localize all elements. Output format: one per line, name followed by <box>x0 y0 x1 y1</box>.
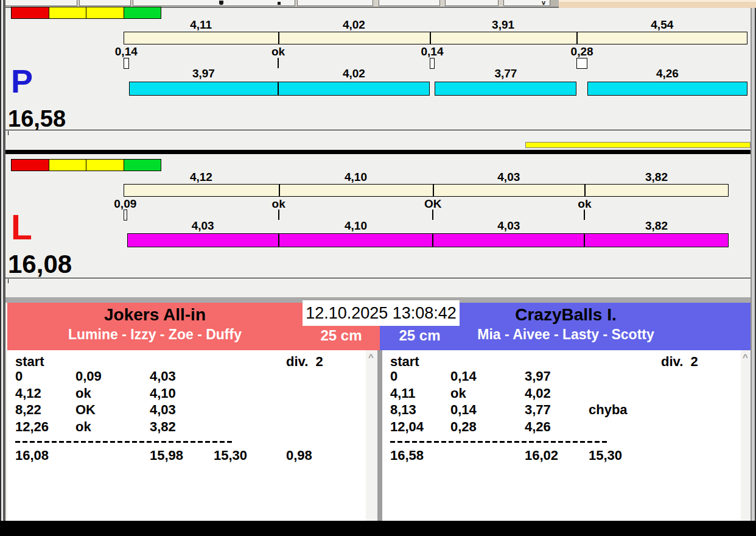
crossing-label: OK <box>424 198 442 210</box>
traffic-light-cell <box>86 7 124 19</box>
leg-time-label: 4,02 <box>343 68 365 79</box>
table-cell: 12,04 <box>390 420 424 434</box>
fault-mark <box>124 210 127 220</box>
table-cell: 4,26 <box>525 420 551 434</box>
table-cell: 4,03 <box>150 403 176 417</box>
lane-total-time: 16,08 <box>8 252 72 277</box>
table-total-cell: 15,98 <box>150 449 183 462</box>
traffic-light-cell <box>11 159 49 171</box>
table-total-cell: 16,58 <box>390 449 424 462</box>
table-cell: 0,09 <box>75 370 102 383</box>
split-time-label: 4,12 <box>190 171 212 183</box>
toolbar-item[interactable] <box>297 0 373 6</box>
table-cell: ok <box>75 420 91 434</box>
crossing-label: ok <box>272 198 285 210</box>
leg-bar-segment <box>279 233 433 247</box>
leg-bar-segment <box>435 82 576 96</box>
traffic-light-cell <box>49 159 87 171</box>
leg-bar-segment <box>587 82 747 96</box>
table-division-label: div. 2 <box>661 355 698 368</box>
table-cell: 0,14 <box>450 370 477 383</box>
split-time-label: 4,02 <box>343 19 365 30</box>
table-total-cell: 15,30 <box>214 449 247 462</box>
lane-total-time: 16,58 <box>8 107 66 130</box>
split-time-label: 4,10 <box>345 171 367 183</box>
leg-time-label: 4,10 <box>345 220 367 231</box>
leg-time-label: 4,26 <box>656 68 679 79</box>
team-right-scrollbar[interactable]: ^ <box>741 350 751 521</box>
crossing-tick <box>584 210 585 220</box>
scroll-up-icon[interactable]: ^ <box>368 352 374 362</box>
table-cell: 4,02 <box>525 387 551 400</box>
traffic-light-cell <box>86 159 124 171</box>
team-right-result-table: startdiv. 200,143,974,11ok4,028,130,143,… <box>382 350 741 521</box>
split-bar <box>124 184 729 197</box>
status-strip-tick <box>8 131 9 135</box>
flyball-timing-window: v 4,114,023,914,540,14ok0,140,283,974,02… <box>0 0 756 536</box>
leg-bar-segment <box>433 233 584 247</box>
crossing-tick <box>278 58 279 68</box>
toolbar-item[interactable] <box>0 0 77 6</box>
background-window-strip-highlight <box>559 0 756 2</box>
table-cell: 3,97 <box>525 370 551 383</box>
split-tick <box>278 32 279 44</box>
fault-mark <box>576 58 587 69</box>
table-cell: 8,22 <box>15 403 41 417</box>
split-tick <box>430 32 431 44</box>
leg-time-label: 3,77 <box>494 68 517 79</box>
progress-bar <box>525 142 751 148</box>
split-time-label: 4,03 <box>497 171 520 183</box>
split-time-label: 4,54 <box>651 19 673 30</box>
team-right-category: 25 cm <box>380 328 460 343</box>
team-left-result-table: startdiv. 200,094,034,12ok4,108,22OK4,03… <box>7 350 366 521</box>
fault-mark <box>124 58 129 69</box>
lane-divider <box>5 150 751 154</box>
split-tick <box>433 185 434 196</box>
toolbar-glyph: v <box>542 0 549 5</box>
table-cell: ok <box>75 387 91 400</box>
table-cell: chyba <box>589 403 628 417</box>
table-cell: 0 <box>390 370 397 383</box>
table-cell: 3,82 <box>150 420 176 434</box>
split-tick <box>584 185 586 196</box>
toolbar-glyph <box>278 2 281 5</box>
crossing-label: 0,28 <box>571 46 593 57</box>
toolbar-glyph <box>219 1 223 5</box>
scroll-up-icon[interactable]: ^ <box>743 352 748 362</box>
leg-time-label: 3,82 <box>645 220 668 231</box>
split-tick <box>279 185 280 196</box>
table-total-cell: 16,08 <box>15 449 49 462</box>
leg-time-label: 4,03 <box>497 220 520 231</box>
table-cell: 4,10 <box>150 387 176 400</box>
table-total-cell: 15,30 <box>589 449 622 462</box>
leg-bar-segment <box>584 233 728 247</box>
split-tick <box>576 32 578 44</box>
toolbar-item[interactable] <box>445 0 499 6</box>
table-cell: 0,14 <box>450 403 477 417</box>
background-window-strip <box>559 0 756 8</box>
table-cell: 3,77 <box>525 403 551 417</box>
crossing-label: 0,09 <box>114 198 136 210</box>
table-total-cell: 0,98 <box>286 449 312 462</box>
traffic-light-cell <box>124 7 162 19</box>
toolbar-item[interactable] <box>79 0 131 6</box>
team-left-category: 25 cm <box>303 328 380 343</box>
leg-bar-segment <box>127 233 279 247</box>
crossing-tick <box>278 210 279 220</box>
table-dashed-separator <box>390 441 609 443</box>
table-cell: 0 <box>15 370 23 383</box>
table-cell: 8,13 <box>390 403 416 417</box>
toolbar-item[interactable] <box>379 0 440 6</box>
split-bar <box>124 32 747 44</box>
toolbar-item[interactable] <box>133 0 295 6</box>
table-cell: ok <box>450 387 466 400</box>
fault-mark <box>430 58 435 69</box>
crossing-label: ok <box>271 46 285 57</box>
status-strip-tick <box>8 279 9 283</box>
team-left-scrollbar[interactable]: ^ <box>366 350 377 521</box>
split-time-label: 4,11 <box>190 19 212 30</box>
crossing-tick <box>432 210 433 220</box>
crossing-label: ok <box>578 198 591 210</box>
table-corner-label: start <box>15 355 44 368</box>
split-time-label: 3,91 <box>492 19 514 30</box>
